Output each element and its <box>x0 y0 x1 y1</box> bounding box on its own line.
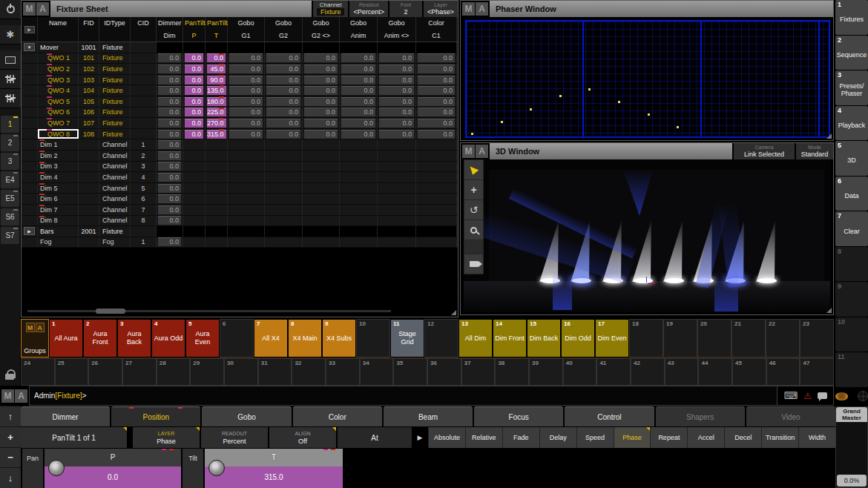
cell-p[interactable] <box>183 172 206 182</box>
cell-p[interactable]: 0.0 <box>183 75 206 85</box>
cell-idtype[interactable]: Fixture <box>99 226 131 237</box>
cell-c1[interactable]: 0.0 <box>416 129 457 139</box>
sheet-row-dim-1[interactable]: Dim 1Channel10.0 <box>22 139 458 151</box>
cell-cid[interactable]: 2 <box>131 151 157 161</box>
tab-dimmer[interactable]: Dimmer <box>21 406 110 426</box>
group-pool-item-20[interactable]: 20 <box>697 319 731 357</box>
cell-anim[interactable] <box>340 205 378 215</box>
cell-g1[interactable] <box>228 162 265 172</box>
cell-name[interactable]: QWO 7 <box>38 118 79 128</box>
view-button-clear[interactable]: 7Clear <box>835 211 868 246</box>
lock-icon[interactable] <box>5 369 14 380</box>
resize-grip-icon[interactable] <box>826 308 832 313</box>
row-fold-cell[interactable]: ▶ <box>22 226 38 237</box>
group-pool-item-37[interactable]: 37 <box>461 358 496 386</box>
cell-cid[interactable] <box>131 108 157 118</box>
cell-animx[interactable] <box>378 151 416 161</box>
sheet-setting-layer[interactable]: Layer<Phase> <box>422 1 458 17</box>
group-pool-item-11[interactable]: 11Stage Grid <box>390 319 424 357</box>
cell-anim[interactable]: 0.0 <box>340 85 378 96</box>
globe-icon[interactable] <box>858 391 868 401</box>
group-pool-item-33[interactable]: 33 <box>326 358 360 386</box>
sheet-setting-font[interactable]: Font2 <box>388 1 422 17</box>
cell-cid[interactable] <box>131 53 157 64</box>
cell-c1[interactable] <box>416 183 457 194</box>
cell-g2x[interactable]: 0.0 <box>303 53 340 64</box>
cell-p[interactable]: 0.0 <box>183 118 206 128</box>
cell-dim[interactable]: 0.0 <box>157 237 183 248</box>
cell-fid[interactable]: 105 <box>79 96 99 107</box>
cell-animx[interactable] <box>378 194 416 204</box>
cell-animx[interactable]: 0.0 <box>378 53 416 64</box>
cell-fid[interactable] <box>79 151 99 161</box>
column-header-dim[interactable]: DimmerDim <box>157 17 183 42</box>
cell-idtype[interactable]: Fixture <box>99 53 131 64</box>
cell-name[interactable]: Dim 2 <box>38 151 79 161</box>
cell-g2x[interactable] <box>303 42 340 53</box>
cell-animx[interactable] <box>378 205 416 215</box>
plus-button[interactable]: + <box>0 427 21 447</box>
rotate-tool-button[interactable]: ↺ <box>464 200 483 220</box>
cell-animx[interactable] <box>378 172 416 182</box>
cell-g2x[interactable]: 0.0 <box>303 118 340 128</box>
screen-button-1[interactable]: 1 <box>1 116 19 133</box>
cell-fid[interactable]: 107 <box>79 118 99 128</box>
cell-dim[interactable] <box>157 42 183 53</box>
arrow-up-button[interactable]: ↑ <box>0 406 21 426</box>
tab-control[interactable]: Control <box>565 406 654 426</box>
camera-tool-button[interactable] <box>464 254 483 274</box>
cell-fid[interactable] <box>79 205 99 215</box>
cell-g2[interactable] <box>265 216 303 226</box>
cell-p[interactable] <box>183 237 206 248</box>
cell-c1[interactable] <box>416 216 457 226</box>
cell-t[interactable] <box>206 237 228 248</box>
sheet-row-dim-3[interactable]: Dim 3Channel30.0 <box>22 162 458 173</box>
view-button-8[interactable]: 8 <box>835 247 868 282</box>
sheet-row-qwo-5[interactable]: QWO 5105Fixture0.00.0180.00.00.00.00.00.… <box>22 96 458 108</box>
sheet-row-dim-4[interactable]: Dim 4Channel40.0 <box>22 172 458 183</box>
power-icon[interactable] <box>0 0 21 19</box>
cell-name[interactable]: QWO 6 <box>38 108 79 118</box>
fold-icon[interactable]: ▶ <box>24 227 35 235</box>
cell-cid[interactable]: 1 <box>131 139 157 150</box>
playbacks-icon[interactable] <box>0 89 21 108</box>
cell-cid[interactable] <box>131 42 157 53</box>
groups-pool-header[interactable]: MA Groups <box>21 319 49 357</box>
cell-idtype[interactable]: Channel <box>99 205 131 215</box>
cell-idtype[interactable]: Fixture <box>99 75 131 85</box>
cell-g2x[interactable]: 0.0 <box>303 64 340 74</box>
cell-idtype[interactable]: Channel <box>99 183 131 194</box>
cell-p[interactable]: 0.0 <box>183 85 206 96</box>
cell-anim[interactable]: 0.0 <box>340 64 378 74</box>
group-pool-item-9[interactable]: 9X4 Subs <box>322 319 356 357</box>
cell-p[interactable]: 0.0 <box>183 96 206 107</box>
column-header-fid[interactable]: FID <box>79 17 99 42</box>
sheet-setting-channel[interactable]: ChannelFixture <box>312 1 349 17</box>
cell-dim[interactable]: 0.0 <box>157 162 183 172</box>
cell-dim[interactable]: 0.0 <box>157 172 183 182</box>
group-pool-item-25[interactable]: 25 <box>55 358 89 386</box>
cell-anim[interactable]: 0.0 <box>340 118 378 128</box>
group-pool-item-3[interactable]: 3Aura Back <box>117 319 151 357</box>
cell-idtype[interactable]: Fixture <box>99 85 131 96</box>
cell-g1[interactable]: 0.0 <box>228 53 265 64</box>
cell-animx[interactable]: 0.0 <box>378 118 416 128</box>
cell-g1[interactable]: 0.0 <box>228 108 265 118</box>
cell-cid[interactable] <box>131 118 157 128</box>
cell-animx[interactable]: 0.0 <box>378 96 416 107</box>
fold-icon[interactable]: ▼ <box>24 43 35 51</box>
cell-animx[interactable]: 0.0 <box>378 129 416 139</box>
cell-c1[interactable]: 0.0 <box>416 118 457 128</box>
group-pool-item-29[interactable]: 29 <box>190 358 224 386</box>
cell-g2[interactable] <box>265 183 303 194</box>
group-pool-item-42[interactable]: 42 <box>631 358 665 386</box>
screen-button-e5[interactable]: E5 <box>1 190 19 207</box>
view-button-11[interactable]: 11 <box>835 352 868 387</box>
group-pool-item-1[interactable]: 1All Aura <box>49 319 83 357</box>
cell-p[interactable] <box>183 226 206 237</box>
grand-master[interactable]: Grand Master 0.0% <box>835 406 868 488</box>
cell-name[interactable]: Dim 7 <box>38 205 79 215</box>
view-button-data[interactable]: 6Data <box>835 177 868 211</box>
cell-cid[interactable]: 7 <box>131 205 157 215</box>
align-button[interactable]: ALIGN Off <box>269 427 336 448</box>
